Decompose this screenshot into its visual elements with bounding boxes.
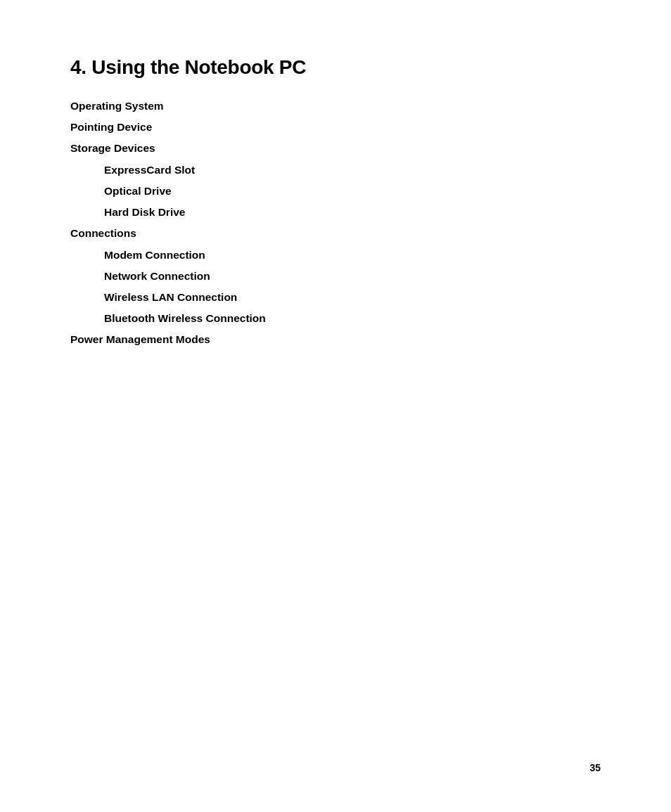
toc-item[interactable]: Storage Devices <box>70 138 601 159</box>
toc-item[interactable]: Pointing Device <box>70 117 601 138</box>
toc-item[interactable]: Network Connection <box>70 266 601 287</box>
toc-item[interactable]: Wireless LAN Connection <box>70 287 601 308</box>
toc-item[interactable]: Operating System <box>70 96 601 117</box>
page-container: 4. Using the Notebook PC Operating Syste… <box>0 0 671 812</box>
toc-item[interactable]: ExpressCard Slot <box>70 160 601 181</box>
page-number: 35 <box>589 762 601 773</box>
toc-item[interactable]: Power Management Modes <box>70 329 601 350</box>
toc-item[interactable]: Optical Drive <box>70 181 601 202</box>
toc-item[interactable]: Bluetooth Wireless Connection <box>70 308 601 329</box>
toc-item[interactable]: Connections <box>70 223 601 244</box>
toc-item[interactable]: Modem Connection <box>70 245 601 266</box>
toc-list: Operating SystemPointing DeviceStorage D… <box>70 96 601 351</box>
chapter-title: 4. Using the Notebook PC <box>70 56 601 79</box>
toc-item[interactable]: Hard Disk Drive <box>70 202 601 223</box>
